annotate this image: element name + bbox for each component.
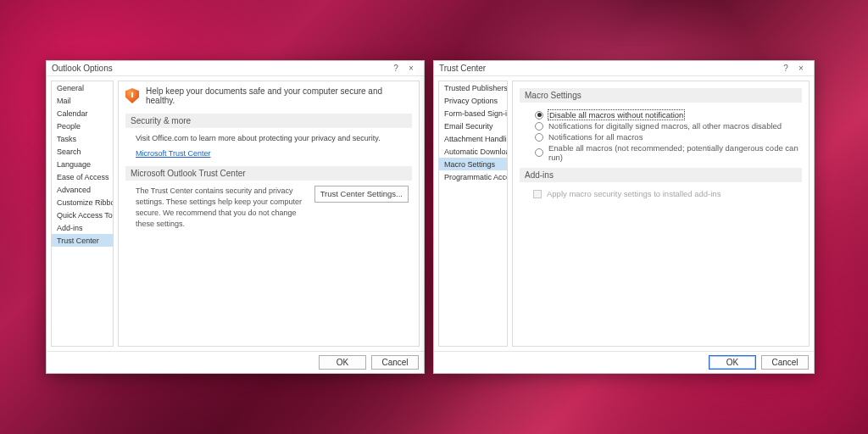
sidebar-item-language[interactable]: Language: [52, 158, 113, 170]
radio-disable-all-macros[interactable]: Disable all macros without notification: [535, 109, 802, 120]
radio-label: Notifications for all macros: [548, 132, 643, 142]
trust-center-dialog: Trust Center ? × Trusted Publishers Priv…: [433, 60, 815, 374]
sidebar-item-attachment-handling[interactable]: Attachment Handling: [439, 132, 507, 145]
intro-text: Help keep your documents safe and your c…: [146, 86, 412, 105]
sidebar-item-privacy-options[interactable]: Privacy Options: [439, 94, 507, 107]
trust-center-description: The Trust Center contains security and p…: [136, 186, 308, 230]
radio-all-notifications[interactable]: Notifications for all macros: [535, 131, 802, 142]
security-more-text: Visit Office.com to learn more about pro…: [136, 133, 409, 145]
titlebar: Trust Center ? ×: [434, 61, 814, 76]
sidebar-item-calendar[interactable]: Calendar: [52, 107, 113, 120]
help-icon[interactable]: ?: [388, 64, 403, 73]
radio-enable-all-macros[interactable]: Enable all macros (not recommended; pote…: [535, 142, 802, 163]
dialog-title: Trust Center: [439, 64, 486, 73]
section-outlook-trust-center: Microsoft Outlook Trust Center: [125, 166, 412, 181]
sidebar-item-general[interactable]: General: [52, 81, 113, 94]
sidebar-item-customize-ribbon[interactable]: Customize Ribbon: [52, 196, 113, 209]
sidebar-item-advanced[interactable]: Advanced: [52, 183, 113, 196]
sidebar-item-ease-of-access[interactable]: Ease of Access: [52, 170, 113, 183]
radio-label: Disable all macros without notification: [548, 110, 684, 120]
sidebar-item-email-security[interactable]: Email Security: [439, 120, 507, 132]
dialog-footer: OK Cancel: [47, 351, 424, 373]
radio-icon: [535, 111, 543, 120]
ok-button[interactable]: OK: [709, 355, 756, 370]
radio-signed-macros[interactable]: Notifications for digitally signed macro…: [535, 120, 802, 131]
options-content: Help keep your documents safe and your c…: [118, 81, 420, 347]
cancel-button[interactable]: Cancel: [761, 355, 809, 370]
checkbox-icon: [533, 190, 542, 198]
shield-icon: [125, 88, 139, 103]
sidebar-item-macro-settings[interactable]: Macro Settings: [439, 158, 507, 170]
radio-icon: [535, 122, 543, 131]
sidebar-item-quick-access-toolbar[interactable]: Quick Access Toolbar: [52, 209, 113, 221]
group-macro-settings: Macro Settings: [520, 88, 802, 103]
titlebar: Outlook Options ? ×: [47, 61, 424, 76]
radio-label: Notifications for digitally signed macro…: [548, 121, 782, 131]
trust-center-sidebar: Trusted Publishers Privacy Options Form-…: [438, 81, 508, 347]
sidebar-item-mail[interactable]: Mail: [52, 94, 113, 107]
group-add-ins: Add-ins: [520, 168, 802, 182]
cancel-button[interactable]: Cancel: [371, 355, 419, 370]
radio-label: Enable all macros (not recommended; pote…: [548, 143, 802, 162]
addins-security-checkbox: Apply macro security settings to install…: [520, 187, 802, 198]
close-icon[interactable]: ×: [793, 64, 809, 73]
trust-center-settings-button[interactable]: Trust Center Settings...: [314, 186, 409, 203]
sidebar-item-trusted-publishers[interactable]: Trusted Publishers: [439, 81, 507, 94]
section-security-more: Security & more: [125, 114, 412, 128]
close-icon[interactable]: ×: [403, 64, 419, 73]
checkbox-label: Apply macro security settings to install…: [547, 189, 721, 198]
options-sidebar: General Mail Calendar People Tasks Searc…: [51, 81, 114, 347]
microsoft-trust-center-link[interactable]: Microsoft Trust Center: [136, 148, 211, 160]
help-icon[interactable]: ?: [778, 64, 793, 73]
radio-icon: [535, 148, 543, 157]
sidebar-item-programmatic-access[interactable]: Programmatic Access: [439, 170, 507, 183]
ok-button[interactable]: OK: [319, 355, 366, 370]
sidebar-item-tasks[interactable]: Tasks: [52, 132, 113, 145]
sidebar-item-form-based-sign-in[interactable]: Form-based Sign-in: [439, 107, 507, 120]
dialog-title: Outlook Options: [52, 64, 113, 73]
trust-center-content: Macro Settings Disable all macros withou…: [512, 81, 810, 347]
outlook-options-dialog: Outlook Options ? × General Mail Calenda…: [46, 60, 425, 374]
sidebar-item-people[interactable]: People: [52, 120, 113, 132]
sidebar-item-trust-center[interactable]: Trust Center: [52, 234, 113, 247]
sidebar-item-add-ins[interactable]: Add-ins: [52, 221, 113, 234]
dialog-footer: OK Cancel: [434, 351, 814, 373]
sidebar-item-search[interactable]: Search: [52, 145, 113, 158]
radio-icon: [535, 133, 543, 142]
sidebar-item-automatic-download[interactable]: Automatic Download: [439, 145, 507, 158]
